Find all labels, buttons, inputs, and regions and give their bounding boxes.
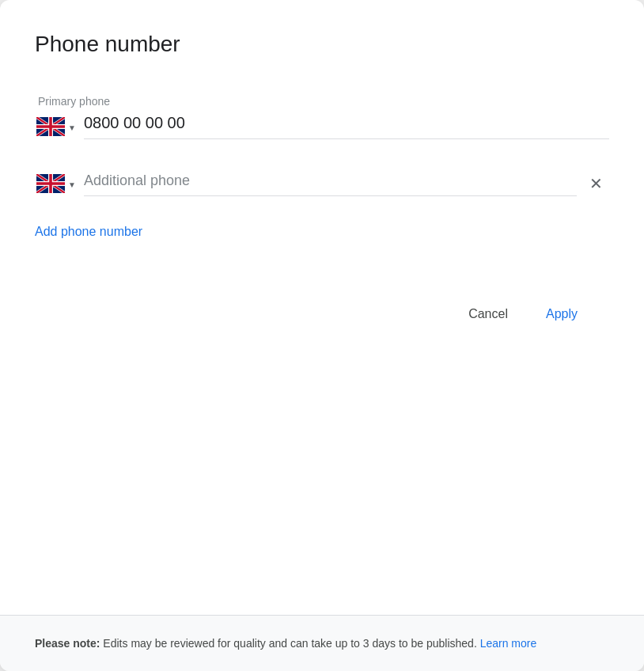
additional-uk-flag-icon <box>36 174 65 193</box>
dialog-actions: Cancel Apply <box>35 286 609 342</box>
cancel-button[interactable]: Cancel <box>453 299 524 329</box>
dialog-footer: Please note: Edits may be reviewed for q… <box>0 615 644 671</box>
page-title: Phone number <box>35 32 609 57</box>
dialog-main-content: Phone number Primary phone ▼ <box>0 0 644 615</box>
close-icon: ✕ <box>589 174 603 193</box>
primary-phone-input[interactable] <box>84 114 609 132</box>
additional-country-dropdown-arrow: ▼ <box>68 180 76 189</box>
primary-phone-row: ▼ <box>35 114 609 139</box>
additional-phone-section: ▼ ✕ <box>35 168 609 199</box>
phone-number-dialog: Phone number Primary phone ▼ <box>0 0 644 671</box>
footer-note-text: Edits may be reviewed for quality and ca… <box>100 637 476 650</box>
primary-country-selector[interactable]: ▼ <box>35 114 78 139</box>
clear-additional-phone-button[interactable]: ✕ <box>583 168 609 199</box>
primary-country-dropdown-arrow: ▼ <box>68 123 76 132</box>
additional-phone-row: ▼ ✕ <box>35 168 609 199</box>
additional-phone-input[interactable] <box>84 171 577 189</box>
add-phone-number-link[interactable]: Add phone number <box>35 225 142 239</box>
footer-note-bold: Please note: <box>35 637 100 650</box>
uk-flag-icon <box>36 117 65 136</box>
footer-note: Please note: Edits may be reviewed for q… <box>35 635 609 652</box>
apply-button[interactable]: Apply <box>530 299 593 329</box>
primary-phone-label: Primary phone <box>38 95 609 108</box>
learn-more-link[interactable]: Learn more <box>480 637 537 650</box>
primary-phone-input-wrapper <box>84 114 609 139</box>
additional-phone-input-wrapper <box>84 171 577 196</box>
additional-country-selector[interactable]: ▼ <box>35 171 78 196</box>
primary-phone-section: Primary phone ▼ <box>35 95 609 139</box>
